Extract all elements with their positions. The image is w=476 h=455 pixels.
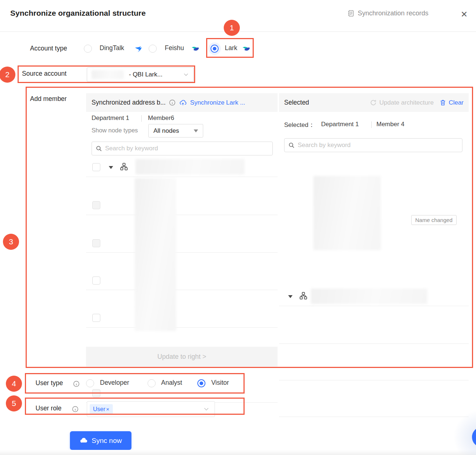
clear-button[interactable]: Clear [449, 99, 464, 106]
radio-visitor-label[interactable]: Visitor [211, 379, 229, 387]
source-account-select[interactable]: - QBI Lark... [87, 67, 194, 82]
info-icon[interactable] [72, 406, 79, 413]
radio-analyst[interactable] [148, 379, 156, 387]
annotation-badge-3: 3 [3, 234, 19, 250]
redacted-text [92, 70, 124, 79]
chevron-down-icon [183, 72, 189, 78]
radio-analyst-label[interactable]: Analyst [161, 379, 182, 387]
expand-caret-icon[interactable] [288, 295, 293, 298]
sync-org-structure-dialog: Synchronize organizational structure Syn… [0, 0, 476, 455]
checkbox[interactable] [92, 239, 100, 247]
count-divider [371, 121, 372, 128]
refresh-icon [370, 99, 377, 106]
redacted-text [135, 159, 245, 174]
close-icon[interactable]: ✕ [461, 10, 468, 19]
org-node-icon [299, 292, 308, 301]
sync-now-button[interactable]: Sync now [70, 431, 131, 450]
checkbox[interactable] [92, 314, 100, 322]
user-role-label: User role [36, 405, 62, 412]
right-panel-title: Selected [284, 99, 309, 106]
records-label: Synchronization records [358, 10, 428, 17]
source-account-label: Source account [22, 70, 67, 78]
show-node-types-label: Show node types [92, 127, 138, 134]
page-background-strip [0, 450, 476, 455]
left-panel-title: Synchronized address b... [92, 99, 166, 106]
selected-label: Selected： [284, 121, 315, 129]
annotation-badge-5: 5 [6, 395, 22, 411]
user-role-select[interactable]: User × [87, 401, 215, 417]
selected-row[interactable] [279, 362, 469, 380]
redacted-text [313, 176, 381, 250]
radio-visitor[interactable] [197, 379, 205, 387]
radio-feishu[interactable] [149, 45, 157, 53]
left-panel-header: Synchronized address b... Synchronize La… [86, 93, 278, 112]
remove-tag-icon[interactable]: × [106, 406, 109, 412]
radio-dingtalk[interactable] [84, 45, 92, 53]
right-panel-header: Selected Update architecture Clear [279, 93, 469, 112]
add-member-label: Add member [30, 95, 67, 103]
update-to-right-button[interactable]: Update to right > [86, 347, 278, 366]
lark-icon [242, 45, 250, 55]
left-department-count: Department 1 [92, 114, 129, 122]
source-account-value: - QBI Lark... [129, 71, 183, 78]
redacted-text [311, 289, 427, 304]
user-role-tag: User × [90, 404, 113, 414]
member-row[interactable] [86, 271, 278, 290]
annotation-badge-1: 1 [224, 20, 240, 36]
radio-dingtalk-label[interactable]: DingTalk [100, 44, 124, 52]
annotation-badge-4: 4 [6, 376, 22, 392]
member-row[interactable] [86, 309, 278, 328]
org-node-icon [120, 162, 128, 172]
cloud-sync-icon[interactable] [179, 99, 187, 106]
left-search[interactable] [92, 142, 273, 155]
name-changed-badge: Name changed [411, 215, 457, 225]
annotation-badge-2: 2 [0, 67, 15, 83]
info-icon[interactable] [73, 380, 80, 387]
checkbox[interactable] [92, 201, 100, 209]
checkbox[interactable] [92, 277, 100, 285]
right-department-count: Department 1 [321, 121, 359, 128]
user-role-tag-label: User [93, 406, 105, 413]
radio-lark-label[interactable]: Lark [225, 44, 237, 52]
left-search-input[interactable] [105, 145, 269, 152]
node-filter-select[interactable]: All nodes [148, 124, 203, 138]
sync-now-label: Sync now [92, 437, 122, 445]
radio-developer[interactable] [86, 379, 94, 387]
node-filter-value: All nodes [153, 127, 179, 135]
records-icon [347, 10, 355, 17]
user-type-label: User type [36, 379, 63, 387]
info-icon[interactable] [169, 99, 176, 106]
right-tree-root-row[interactable] [279, 287, 469, 306]
left-member-count: Member6 [148, 114, 174, 122]
synchronization-records-link[interactable]: Synchronization records [347, 10, 428, 17]
search-icon [288, 142, 295, 148]
dingtalk-icon [133, 45, 142, 55]
feishu-icon [191, 45, 200, 55]
checkbox[interactable] [92, 163, 100, 171]
radio-developer-label[interactable]: Developer [100, 379, 129, 387]
count-divider [141, 115, 142, 122]
redacted-text [135, 178, 176, 331]
trash-icon [439, 99, 446, 106]
cloud-icon [79, 436, 88, 445]
radio-feishu-label[interactable]: Feishu [165, 44, 184, 52]
synchronize-lark-link[interactable]: Synchronize Lark ... [190, 99, 245, 106]
page-title: Synchronize organizational structure [10, 9, 146, 18]
member-row[interactable] [86, 384, 278, 403]
selected-row[interactable] [279, 326, 469, 344]
update-architecture-button[interactable]: Update architecture [379, 99, 434, 106]
left-tree-root-row[interactable] [86, 158, 278, 177]
selected-row[interactable] [279, 399, 469, 417]
right-search[interactable] [284, 138, 462, 152]
member-row[interactable] [86, 234, 278, 253]
account-type-label: Account type [30, 45, 67, 52]
expand-caret-icon[interactable] [109, 166, 113, 169]
search-icon [96, 145, 102, 152]
member-row[interactable] [86, 196, 278, 215]
caret-down-icon [194, 129, 198, 132]
right-search-input[interactable] [298, 142, 458, 149]
checkbox[interactable] [92, 389, 100, 397]
radio-lark[interactable] [211, 45, 219, 53]
chevron-down-icon [203, 406, 209, 412]
right-member-count: Member 4 [376, 121, 405, 128]
